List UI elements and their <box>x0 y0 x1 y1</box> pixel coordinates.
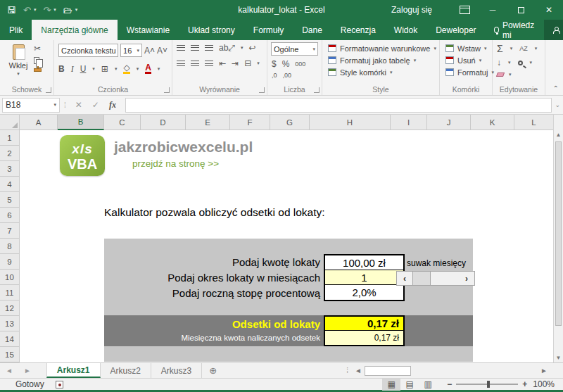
alignment-dialog-launcher-icon[interactable] <box>259 87 265 93</box>
fill-down-icon[interactable]: ↓ <box>497 58 501 67</box>
copy-icon[interactable] <box>34 57 39 64</box>
align-bottom-icon[interactable] <box>205 45 213 51</box>
macro-record-icon[interactable] <box>56 381 63 388</box>
column-header-g[interactable]: G <box>270 115 310 130</box>
column-header-e[interactable]: E <box>186 115 230 130</box>
increase-font-size-icon[interactable]: A˄ <box>144 46 155 55</box>
scrollbar-track[interactable] <box>431 272 459 285</box>
column-header-i[interactable]: I <box>391 115 427 130</box>
increase-decimal-icon[interactable]: ,0 <box>272 72 277 79</box>
zoom-level[interactable]: 100% <box>533 379 555 389</box>
decrease-font-size-icon[interactable]: A˅ <box>157 46 167 55</box>
horizontal-scroll-thumb[interactable] <box>365 366 411 376</box>
row-header[interactable]: 1 <box>0 130 20 146</box>
fill-color-icon[interactable]: ◇ <box>123 63 129 74</box>
sheet-nav-right-icon[interactable]: ► <box>18 363 37 378</box>
tab-narzedzia-glowne[interactable]: Narzędzia główne <box>32 20 117 40</box>
input-cell-amount[interactable]: 100,00 zł <box>325 255 403 270</box>
scroll-up-icon[interactable]: ▲ <box>554 132 563 138</box>
clear-icon[interactable] <box>496 72 505 77</box>
tab-split-handle[interactable]: ⁞ <box>343 363 352 378</box>
sort-filter-icon[interactable]: AZ <box>519 46 528 52</box>
row-header[interactable]: 15 <box>0 347 20 362</box>
tell-me-button[interactable]: Powiedz mi <box>486 20 544 40</box>
increase-indent-icon[interactable]: ⇥ <box>232 59 239 68</box>
vertical-scroll-thumb[interactable] <box>555 141 562 326</box>
align-top-icon[interactable] <box>177 45 185 51</box>
page-layout-view-icon[interactable]: ▤ <box>400 379 419 391</box>
select-all-corner[interactable] <box>0 115 20 130</box>
page-break-view-icon[interactable]: ▥ <box>419 379 437 391</box>
site-link[interactable]: przejdź na stronę >> <box>132 158 219 169</box>
align-left-icon[interactable] <box>177 61 185 66</box>
underline-dropdown-icon[interactable]: ▾ <box>92 66 95 72</box>
align-center-icon[interactable] <box>191 61 199 66</box>
column-header-j[interactable]: J <box>427 115 471 130</box>
find-select-icon[interactable] <box>518 61 523 65</box>
formula-bar-splitter[interactable]: ⁞ <box>64 101 66 109</box>
borders-dropdown-icon[interactable]: ▾ <box>115 66 118 72</box>
merge-center-icon[interactable]: ⊟ <box>244 59 251 68</box>
underline-button[interactable]: U <box>80 65 87 73</box>
name-box[interactable]: B18▾ <box>2 98 60 113</box>
confirm-entry-icon[interactable]: ✓ <box>92 100 99 110</box>
row-header[interactable]: 14 <box>0 331 20 347</box>
scrollbar-left-arrow[interactable]: ‹ <box>397 272 412 285</box>
tab-formuly[interactable]: Formuły <box>244 20 293 40</box>
format-painter-icon[interactable] <box>34 68 42 72</box>
row-header[interactable]: 4 <box>0 177 20 192</box>
minimize-button[interactable]: ─ <box>479 0 507 20</box>
sheet-tab-arkusz3[interactable]: Arkusz3 <box>151 363 202 378</box>
row-header[interactable]: 6 <box>0 208 20 223</box>
autosum-icon[interactable]: Σ <box>497 44 503 53</box>
normal-view-icon[interactable]: ▦ <box>382 379 400 391</box>
insert-cells-button[interactable]: Wstaw▾ <box>440 42 492 54</box>
fill-color-dropdown-icon[interactable]: ▾ <box>137 66 139 72</box>
column-header-k[interactable]: K <box>471 115 514 130</box>
zoom-slider[interactable] <box>456 384 518 385</box>
orientation-dropdown-icon[interactable]: ▾ <box>241 45 243 51</box>
row-header[interactable]: 13 <box>0 316 20 331</box>
font-name-combo[interactable]: Czcionka tekstu p▾ <box>58 44 118 57</box>
borders-icon[interactable]: ⊞ <box>101 65 108 73</box>
font-color-icon[interactable]: A <box>145 63 151 74</box>
tab-dane[interactable]: Dane <box>293 20 331 40</box>
row-header[interactable]: 3 <box>0 161 20 177</box>
format-cells-button[interactable]: Formatuj▾ <box>440 66 492 78</box>
accounting-format-icon[interactable]: $ <box>272 60 277 68</box>
conditional-formatting-button[interactable]: Formatowanie warunkowe▾ <box>322 42 439 54</box>
column-header-h[interactable]: H <box>310 115 391 130</box>
align-right-icon[interactable] <box>205 61 213 66</box>
number-format-combo[interactable]: Ogólne▾ <box>271 42 318 56</box>
sheet-nav-left-icon[interactable]: ◄ <box>0 363 18 378</box>
tab-recenzja[interactable]: Recenzja <box>331 20 385 40</box>
row-header[interactable]: 11 <box>0 285 20 301</box>
input-cell-months[interactable]: 1 <box>325 270 403 285</box>
row-header[interactable]: 5 <box>0 192 20 208</box>
close-button[interactable]: ✕ <box>535 0 563 20</box>
hscroll-right-icon[interactable]: ► <box>538 367 550 374</box>
cancel-entry-icon[interactable]: ✕ <box>75 100 82 110</box>
delete-cells-button[interactable]: Usuń▾ <box>440 54 492 66</box>
cut-icon[interactable]: ✂ <box>34 44 41 53</box>
font-color-dropdown-icon[interactable]: ▾ <box>158 66 160 72</box>
align-middle-icon[interactable] <box>191 45 199 51</box>
format-as-table-button[interactable]: Formatuj jako tabelę▾ <box>322 54 439 66</box>
zoom-out-icon[interactable]: − <box>447 379 452 389</box>
bold-button[interactable]: B <box>58 65 65 73</box>
scrollbar-thumb[interactable] <box>412 272 431 285</box>
row-header[interactable]: 7 <box>0 223 20 239</box>
sheet-tab-arkusz1[interactable]: Arkusz1 <box>46 363 101 378</box>
font-dialog-launcher-icon[interactable] <box>164 87 170 93</box>
hscroll-left-icon[interactable]: ◄ <box>352 367 365 374</box>
column-header-b[interactable]: B <box>58 115 104 130</box>
orientation-icon[interactable]: ab⤢ <box>219 44 235 52</box>
percent-style-icon[interactable]: % <box>282 60 290 68</box>
formula-input[interactable] <box>125 98 552 113</box>
tab-plik[interactable]: Plik <box>0 20 32 40</box>
column-header-c[interactable]: C <box>104 115 141 130</box>
expand-formula-bar-icon[interactable]: ⌄ <box>555 101 560 108</box>
font-size-combo[interactable]: 16▾ <box>120 44 142 57</box>
input-cell-rate[interactable]: 2,0% <box>325 285 403 300</box>
number-dialog-launcher-icon[interactable] <box>314 87 320 93</box>
